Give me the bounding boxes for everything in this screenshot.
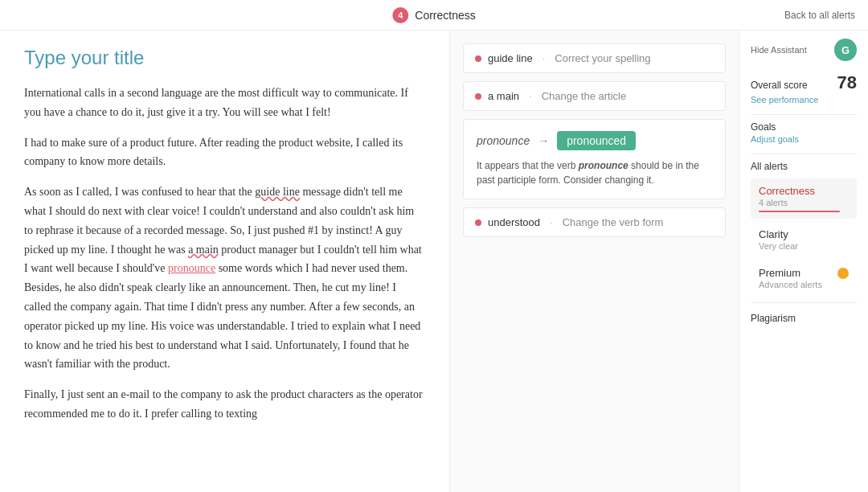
alert-separator: · [542,52,546,64]
paragraph-3: As soon as I called, I was confused to h… [24,182,425,374]
alert-suggestion: Correct your spelling [555,52,650,64]
alert-word: understood [488,216,540,228]
alert-pronounce[interactable]: pronounce → pronounced It appears that t… [463,119,726,199]
top-bar-title: Correctness [415,9,475,22]
pronounce-to: pronounced [557,131,636,150]
arrow-icon: → [538,134,549,147]
divider-1 [751,114,857,115]
nav-item-correctness[interactable]: Correctness 4 alerts [751,178,857,219]
alert-suggestion: Change the verb form [563,216,664,228]
alert-understood[interactable]: understood · Change the verb form [463,207,726,237]
nav-item-clarity[interactable]: Clarity Very clear [751,222,857,257]
premium-dot [837,268,849,279]
alert-suggestion: Change the article [542,90,627,102]
nav-item-correctness-title: Correctness [759,185,849,197]
premium-row: Premium [759,267,849,279]
overall-score-label: Overall score [751,80,808,91]
alert-separator: · [529,90,532,102]
plagiarism-label: Plagiarism [751,313,857,324]
main-layout: Type your title International calls in a… [0,31,868,492]
paragraph-1: International calls in a second language… [24,84,425,122]
right-sidebar: Hide Assistant G Overall score 78 See pe… [739,31,868,492]
divider-3 [751,302,857,303]
alert-separator: · [550,216,553,228]
highlight-pronounce[interactable]: pronounce [168,262,215,274]
correctness-badge: 4 [392,7,408,23]
back-to-alerts-link[interactable]: Back to all alerts [784,10,855,21]
nav-item-clarity-sub: Very clear [759,241,849,251]
divider-2 [751,154,857,154]
alert-dot [475,219,481,226]
editor-pane: Type your title International calls in a… [0,31,450,492]
avatar: G [834,39,857,61]
nav-item-premium-title: Premium [759,267,800,279]
alert-dot [475,93,481,100]
alerts-pane: guide line · Correct your spelling a mai… [450,31,739,492]
hide-assistant-button[interactable]: Hide Assistant [751,45,807,55]
pronounce-from: pronounce [477,134,530,147]
alert-dot [475,55,481,62]
goals-section: Goals Adjust goals [751,121,857,144]
nav-item-correctness-sub: 4 alerts [759,198,849,207]
doc-title[interactable]: Type your title [24,47,425,69]
top-bar-center: 4 Correctness [392,7,475,23]
alert-description: It appears that the verb pronounce shoul… [477,158,712,187]
pronounce-correction-row: pronounce → pronounced [477,131,712,150]
alert-guide-line[interactable]: guide line · Correct your spelling [463,43,726,73]
highlight-a-main[interactable]: a main [188,244,219,256]
see-performance-link[interactable]: See performance [751,95,857,105]
adjust-goals-link[interactable]: Adjust goals [751,134,857,144]
nav-item-clarity-title: Clarity [759,228,849,240]
sidebar-top: Hide Assistant G [751,39,857,61]
correctness-bar [759,211,840,212]
goals-label: Goals [751,121,857,133]
nav-item-premium-sub: Advanced alerts [759,280,849,289]
nav-item-premium[interactable]: Premium Advanced alerts [751,260,857,296]
all-alerts-label: All alerts [751,161,857,172]
top-bar: 4 Correctness Back to all alerts [0,0,868,31]
highlight-guide-line[interactable]: guide line [255,186,300,198]
overall-score-section: Overall score 78 See performance [751,72,857,105]
alert-word: guide line [488,52,533,64]
alert-word: a main [488,90,519,102]
alert-a-main[interactable]: a main · Change the article [463,81,726,111]
overall-score-value: 78 [837,72,857,93]
paragraph-2: I had to make sure of a product future. … [24,133,425,172]
doc-body: International calls in a second language… [24,84,425,424]
paragraph-4: Finally, I just sent an e-mail to the co… [24,385,425,424]
